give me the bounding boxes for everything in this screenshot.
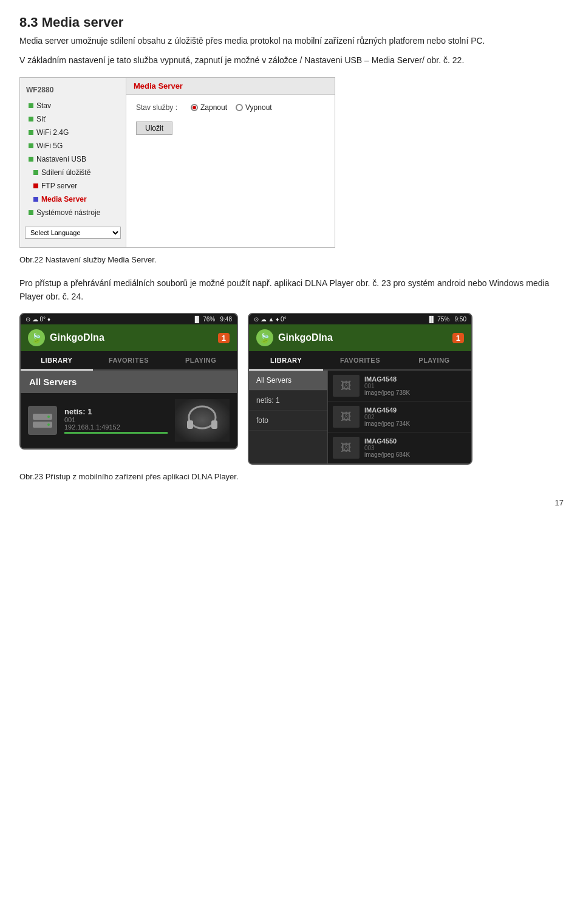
phone-screenshot-2: ⊙ ☁ ▲ ♦ 0° ▐▌ 75% 9:50 🍃 GinkgoDlna 1 LI…: [248, 313, 472, 465]
paragraph-2: V základním nastavení je tato služba vyp…: [19, 53, 564, 67]
server-info: netis: 1 001 192.168.1.1:49152: [64, 407, 168, 434]
status-dot: [33, 183, 38, 188]
phone1-tab-library[interactable]: LIBRARY: [21, 351, 93, 371]
sidebar-item-nastaveni-usb[interactable]: Nastavení USB: [20, 152, 126, 166]
sidebar-label: Sdílení úložiště: [41, 168, 90, 177]
paragraph-3: Pro přístup a přehrávání mediálních soub…: [19, 276, 564, 304]
phone2-body: All Servers netis: 1 foto 🖼 IMAG4548 001…: [249, 371, 471, 464]
phone1-status-right: ▐▌ 76% 9:48: [193, 316, 232, 323]
media-name-1: IMAG4548: [364, 375, 466, 383]
sidebar-item-media-server[interactable]: Media Server: [20, 193, 126, 206]
sidebar-item-wifi24[interactable]: WiFi 2.4G: [20, 126, 126, 139]
phone2-status-bar: ⊙ ☁ ▲ ♦ 0° ▐▌ 75% 9:50: [249, 314, 471, 324]
phone2-battery: ▐▌ 75%: [427, 316, 449, 323]
ginkgo-icon: 🍃: [28, 329, 45, 346]
phone2-all-servers[interactable]: All Servers: [249, 371, 327, 391]
language-select[interactable]: Select Language English Czech German: [25, 227, 121, 239]
headphones-image: [175, 399, 230, 442]
caption-1: Obr.22 Nastavení služby Media Server.: [19, 254, 564, 267]
sidebar-label: Síť: [36, 115, 46, 123]
caption-2: Obr.23 Přístup z mobilního zařízení přes…: [19, 471, 564, 484]
save-button-row: Uložit: [136, 118, 325, 135]
radio-on[interactable]: Zapnout: [191, 103, 227, 112]
section-title: 8.3 Media server: [19, 15, 564, 30]
phone2-foto[interactable]: foto: [249, 411, 327, 431]
phone1-all-servers: All Servers: [21, 371, 237, 393]
sidebar-item-wifi5g[interactable]: WiFi 5G: [20, 139, 126, 152]
phone1-time: 9:48: [220, 316, 232, 323]
phone2-badge: 1: [452, 333, 464, 343]
ginkgo2-icon: 🍃: [256, 329, 273, 346]
paragraph-1: Media server umožnuje sdílení obsahu z ú…: [19, 34, 564, 47]
phone1-server-item[interactable]: netis: 1 001 192.168.1.1:49152: [21, 393, 237, 448]
media-thumb-2: 🖼: [333, 406, 360, 428]
language-select-container: Select Language English Czech German: [25, 227, 121, 239]
service-status-label: Stav služby :: [136, 103, 185, 112]
router-header: Media Server: [126, 78, 335, 95]
phone1-battery: ▐▌ 76%: [193, 316, 215, 323]
sidebar-label: WiFi 2.4G: [36, 128, 69, 137]
phone1-status-left: ⊙ ☁ 0° ♦: [26, 316, 50, 323]
phone2-tab-favorites[interactable]: FAVORITES: [323, 351, 397, 369]
media-item-2[interactable]: 🖼 IMAG4549 002 image/jpeg 734K: [328, 402, 471, 433]
media-type-1: image/jpeg 738K: [364, 389, 466, 396]
phone2-netis[interactable]: netis: 1: [249, 391, 327, 411]
server-name: netis: 1: [64, 407, 168, 416]
radio-on-dot: [191, 104, 198, 111]
router-screenshot: WF2880 Stav Síť WiFi 2.4G WiFi 5G Nastav…: [19, 77, 335, 248]
media-id-3: 003: [364, 445, 466, 451]
status-dot: [29, 210, 33, 215]
server-status-bar: [64, 432, 168, 434]
server-svg-icon: [32, 411, 53, 429]
phone1-tab-playing[interactable]: PLAYING: [165, 351, 237, 369]
phone2-tab-bar: LIBRARY FAVORITES PLAYING: [249, 351, 471, 371]
phone2-tab-library[interactable]: LIBRARY: [249, 351, 323, 371]
phone2-tab-playing[interactable]: PLAYING: [397, 351, 471, 369]
sidebar-item-stav[interactable]: Stav: [20, 99, 126, 112]
status-dot: [29, 103, 33, 108]
sidebar-item-sit[interactable]: Síť: [20, 112, 126, 126]
sidebar-label: WiFi 5G: [36, 142, 63, 150]
media-name-3: IMAG4550: [364, 437, 466, 445]
media-item-3[interactable]: 🖼 IMAG4550 003 image/jpeg 684K: [328, 433, 471, 464]
headphones-svg: [181, 402, 223, 439]
sidebar-label: Nastavení USB: [36, 155, 86, 163]
phone2-app-title: 🍃 GinkgoDlna: [256, 329, 333, 346]
media-name-2: IMAG4549: [364, 406, 466, 414]
status-dot: [29, 117, 33, 121]
sidebar-label: Media Server: [41, 195, 87, 204]
media-thumb-3: 🖼: [333, 437, 360, 459]
svg-point-2: [47, 416, 50, 418]
phone2-app-name: GinkgoDlna: [278, 332, 333, 343]
media-item-1[interactable]: 🖼 IMAG4548 001 image/jpeg 738K: [328, 371, 471, 402]
router-sidebar: WF2880 Stav Síť WiFi 2.4G WiFi 5G Nastav…: [20, 78, 126, 247]
server-ip: 192.168.1.1:49152: [64, 423, 168, 431]
radio-group: Zapnout Vypnout: [191, 103, 272, 112]
phone1-tab-favorites[interactable]: FAVORITES: [93, 351, 165, 369]
sidebar-label: Stav: [36, 101, 51, 110]
radio-off-dot: [236, 104, 243, 111]
svg-rect-5: [187, 420, 193, 429]
phone1-status-bar: ⊙ ☁ 0° ♦ ▐▌ 76% 9:48: [21, 314, 237, 324]
device-name: WF2880: [20, 83, 126, 99]
sidebar-label: Systémové nástroje: [36, 208, 100, 217]
status-dot: [29, 157, 33, 162]
sidebar-item-systemove[interactable]: Systémové nástroje: [20, 206, 126, 219]
router-content: Stav služby : Zapnout Vypnout Uložit: [126, 95, 335, 143]
page-number: 17: [19, 498, 564, 507]
media-info-3: IMAG4550 003 image/jpeg 684K: [364, 437, 466, 458]
media-type-2: image/jpeg 734K: [364, 420, 466, 427]
radio-off-label: Vypnout: [245, 103, 272, 112]
media-type-3: image/jpeg 684K: [364, 451, 466, 458]
router-main: Media Server Stav služby : Zapnout Vypno…: [126, 78, 335, 247]
radio-off[interactable]: Vypnout: [236, 103, 272, 112]
sidebar-item-ftp[interactable]: FTP server: [20, 179, 126, 193]
save-button[interactable]: Uložit: [136, 121, 172, 135]
phone2-time: 9:50: [455, 316, 466, 323]
sidebar-item-sdileni[interactable]: Sdílení úložiště: [20, 166, 126, 179]
media-info-2: IMAG4549 002 image/jpeg 734K: [364, 406, 466, 427]
status-dot: [29, 130, 33, 135]
phone2-left-panel: All Servers netis: 1 foto: [249, 371, 328, 464]
phone1-app-header: 🍃 GinkgoDlna 1: [21, 324, 237, 351]
phone2-status-left: ⊙ ☁ ▲ ♦ 0°: [254, 316, 287, 323]
